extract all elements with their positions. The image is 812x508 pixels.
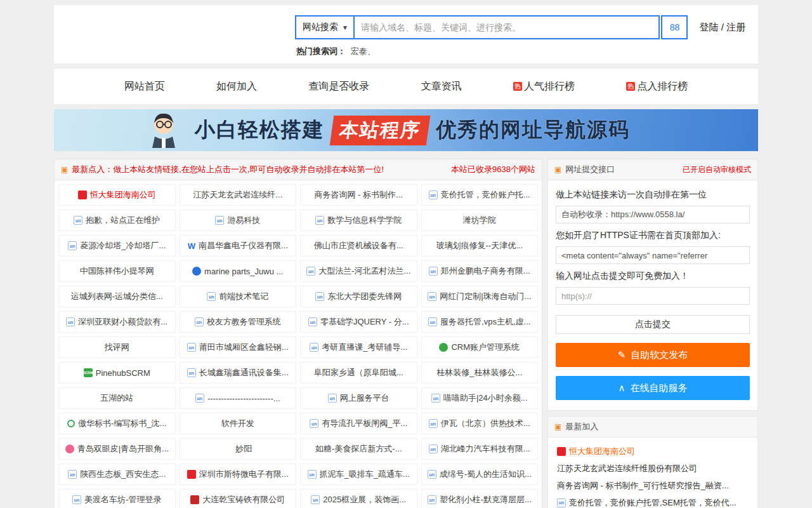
site-link[interactable]: un------------------------...	[180, 387, 297, 409]
latest-joined-item[interactable]: 恒大集团海南公司	[548, 443, 757, 460]
site-favicon: un	[308, 470, 317, 479]
main-nav: 网站首页如何加入查询是否收录文章资讯热人气排行榜热点入排行榜	[54, 69, 758, 104]
site-link[interactable]: 阜阳家乡通（原阜阳城...	[300, 362, 417, 384]
site-link[interactable]: 运城列表网-运城分类信...	[58, 286, 176, 307]
site-link-label: 网红门定制|珠海自动门...	[440, 291, 531, 302]
site-link-label: 游易科技	[227, 215, 260, 226]
nav-item[interactable]: 热点入排行榜	[626, 80, 688, 93]
latest-joined-item[interactable]: 江苏天龙玄武岩连续纤维股份有限公司	[548, 460, 757, 477]
site-link[interactable]: 找评网	[58, 337, 176, 358]
site-link[interactable]: un莆田市城厢区金鑫轻钢...	[180, 337, 297, 358]
latest-clicks-text: 最新点入：做上本站友情链接,在您站上点击一次,即可自动收录并自动排在本站第一位!	[72, 164, 384, 175]
latest-joined-item[interactable]: un竞价托管，竞价账户托管,SEM托管，竞价代...	[548, 494, 757, 508]
site-link-label: 潍坊学院	[463, 215, 496, 226]
site-link[interactable]: un深圳亚联财小额贷款有...	[58, 311, 176, 333]
site-link[interactable]: 桂林装修_桂林装修公...	[421, 362, 539, 384]
site-link[interactable]: un伊瓦（北京）供热技术...	[421, 413, 539, 434]
site-link[interactable]: un零基础学JQUERY - 分...	[300, 311, 417, 333]
auth-links: 登陆 / 注册	[699, 15, 745, 57]
hot-word-link[interactable]: 宏泰、	[351, 46, 376, 56]
site-link-label: 大型法兰-河北孟村法兰...	[318, 265, 410, 277]
site-link[interactable]: un抓泥车_吸排车_疏通车...	[300, 464, 417, 485]
site-link[interactable]: W南昌华鑫电子仪器有限...	[180, 235, 297, 257]
site-link[interactable]: 商务咨询网 - 标书制作...	[300, 184, 417, 206]
site-favicon: un	[429, 267, 438, 276]
site-favicon	[67, 420, 75, 427]
site-link[interactable]: un有导流孔平板闸阀_平...	[300, 413, 417, 434]
site-link[interactable]: 五湖的站	[58, 387, 176, 409]
site-link[interactable]: un网上服务平台	[300, 387, 417, 409]
site-link[interactable]: 妙阳	[180, 438, 297, 460]
latest-joined-item[interactable]: 商务咨询网 - 标书制作_可行性研究报告_融资...	[548, 477, 757, 494]
site-favicon: un	[428, 292, 436, 301]
site-link[interactable]: SCRMPinehubSCRM	[58, 362, 176, 384]
site-link[interactable]: un数学与信息科学学院	[300, 210, 417, 231]
site-link[interactable]: 潍坊学院	[421, 210, 539, 231]
site-link[interactable]: 青岛双眼皮|青岛开眼角...	[58, 438, 176, 460]
site-favicon: un	[315, 216, 324, 225]
site-favicon	[187, 470, 196, 479]
submit-url-button[interactable]: 点击提交	[556, 315, 750, 334]
search-type-label: 网站搜索	[303, 22, 338, 33]
site-link[interactable]: un长城鑫瑞鑫通讯设备集...	[180, 362, 297, 384]
site-link[interactable]: un塑化剂小柱-默克薄层层...	[421, 489, 539, 508]
site-favicon: un	[72, 495, 81, 504]
nav-item[interactable]: 文章资讯	[421, 80, 462, 93]
site-link[interactable]: un考研直播课_考研辅导...	[300, 337, 417, 358]
promo-banner[interactable]: 小白轻松搭建 本站程序 优秀的网址导航源码	[54, 109, 758, 151]
site-favicon: un	[429, 190, 438, 199]
site-link[interactable]: un抱歉，站点正在维护	[58, 210, 176, 231]
site-link-label: 抱歉，站点正在维护	[86, 215, 160, 226]
site-link[interactable]: 深圳市斯特微电子有限...	[180, 464, 297, 485]
site-link-label: 菱源冷却塔_冷却塔厂...	[80, 240, 166, 251]
site-link[interactable]: un服务器托管,vps主机,虚...	[421, 311, 539, 333]
login-link[interactable]: 登陆	[699, 22, 718, 32]
site-link[interactable]: un陕西生态板_西安生态...	[58, 464, 176, 485]
site-link[interactable]: 恒大集团海南公司	[58, 184, 176, 206]
soft-article-button[interactable]: ✎ 自助软文发布	[556, 343, 750, 367]
site-link-label: 网上服务平台	[340, 392, 390, 404]
site-link[interactable]: un校友方教务管理系统	[180, 311, 297, 333]
site-link[interactable]: un前端技术笔记	[180, 286, 297, 307]
site-link[interactable]: un网红门定制|珠海自动门...	[421, 286, 539, 307]
site-link[interactable]: un竞价托管，竞价账户托...	[421, 184, 539, 206]
site-link[interactable]: un东北大学团委先锋网	[300, 286, 417, 307]
site-link[interactable]: 如糖-美食探店新方式-...	[300, 438, 417, 460]
site-link[interactable]: 玻璃划痕修复--天津优...	[421, 235, 539, 257]
url-submit-title: 网址提交接口	[565, 164, 615, 175]
site-link[interactable]: un2025框业展，装饰画...	[300, 489, 417, 508]
site-favicon	[223, 444, 232, 453]
self-service-button[interactable]: ∧ 在线自助服务	[556, 376, 750, 400]
search-button[interactable]: 88	[661, 15, 688, 39]
search-input[interactable]	[353, 15, 660, 39]
site-link[interactable]: un游易科技	[180, 210, 297, 231]
search-type-select[interactable]: 网站搜索 ▼	[295, 15, 353, 39]
site-link[interactable]: CRM账户管理系统	[421, 337, 539, 358]
site-link[interactable]: un菱源冷却塔_冷却塔厂...	[58, 235, 176, 257]
site-link[interactable]: un湖北峰力汽车科技有限...	[421, 438, 539, 460]
submit-icon: ▣	[554, 165, 561, 174]
site-link[interactable]: 大连乾宝铸铁有限公司	[180, 489, 297, 508]
nav-item[interactable]: 如何加入	[216, 80, 257, 93]
register-link[interactable]: 注册	[726, 22, 745, 32]
site-link-label: 莆田市城厢区金鑫轻钢...	[199, 342, 289, 353]
auto-include-field[interactable]	[556, 206, 750, 224]
nav-item[interactable]: 网站首页	[124, 80, 165, 93]
nav-item[interactable]: 热人气排行榜	[513, 80, 575, 93]
url-input[interactable]	[556, 287, 750, 305]
site-link[interactable]: un郑州金鹏电子商务有限...	[421, 260, 539, 282]
site-link[interactable]: marine parts_Juwu ...	[180, 260, 297, 282]
site-link-label: 深圳亚联财小额贷款有...	[78, 316, 167, 328]
site-link[interactable]: un美渡名车坊-管理登录	[58, 489, 176, 508]
site-link-label: 校友方教务管理系统	[207, 316, 281, 328]
site-link[interactable]: 中国陈祥伟小提琴网	[58, 260, 176, 282]
site-link[interactable]: un成绵号-蜀人的生活知识...	[421, 464, 539, 485]
site-link[interactable]: 傲华标书-编写标书_沈...	[58, 413, 176, 434]
meta-tag-field[interactable]	[556, 246, 750, 264]
site-link[interactable]: 软件开发	[180, 413, 297, 434]
site-link[interactable]: 佛山市庄贤机械设备有...	[300, 235, 417, 257]
site-link[interactable]: un喵喵助手|24小时余额...	[421, 387, 539, 409]
site-link[interactable]: un大型法兰-河北孟村法兰...	[300, 260, 417, 282]
site-link[interactable]: 江苏天龙玄武岩连续纤...	[180, 184, 297, 206]
nav-item[interactable]: 查询是否收录	[308, 80, 369, 93]
